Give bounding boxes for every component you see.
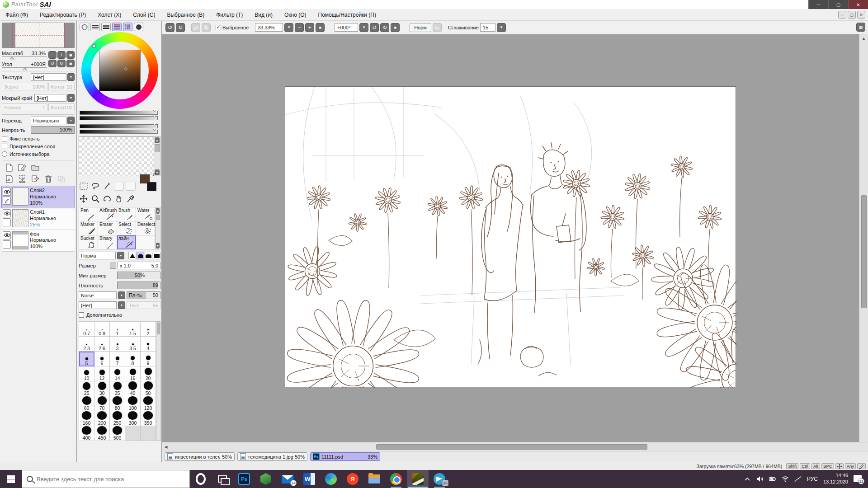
swatches-scrollbar[interactable]: ▲ ▼ (154, 136, 160, 176)
document-tab-2[interactable]: телемедицина 1.jpg50% (237, 452, 307, 461)
taskbar-app-chrome[interactable] (385, 470, 407, 488)
taskbar-app-explorer[interactable] (363, 470, 385, 488)
rotate-cw-canvas-button[interactable]: ↻ (380, 23, 389, 32)
transfer-down-button[interactable] (5, 174, 14, 183)
mixer-slider[interactable] (80, 116, 158, 120)
brush-size-40[interactable]: 40 (125, 381, 141, 396)
hsv-sliders-toggle[interactable] (101, 23, 111, 31)
layer-row-Фон[interactable]: ФонНормально100% (2, 230, 75, 252)
brush-size-450[interactable]: 450 (94, 426, 110, 441)
delete-layer-button[interactable] (44, 174, 53, 183)
brush-size-4[interactable]: 4 (141, 337, 156, 352)
magic-wand-icon[interactable] (102, 182, 112, 191)
blend-dropdown-icon[interactable]: ▼ (67, 117, 75, 124)
canvas-horizontal-scrollbar[interactable]: ◀ (162, 442, 868, 451)
tool-bucket[interactable]: Bucket (79, 235, 98, 249)
smoothing-field[interactable]: 15 (480, 23, 495, 32)
empty-tool-slot[interactable] (114, 182, 124, 191)
undo-button[interactable]: ↺ (165, 23, 175, 32)
scroll-up-icon[interactable]: ▲ (156, 208, 160, 214)
noise-density-slider[interactable]: Пл-ть 50 (127, 291, 160, 299)
swatches-toggle[interactable] (123, 23, 132, 31)
layer-paint-indicator-icon[interactable] (3, 197, 11, 205)
menu-item-8[interactable]: Окно (О) (284, 12, 307, 18)
maximize-button[interactable]: ▢ (828, 0, 848, 9)
menu-item-3[interactable]: Холст (Х) (98, 12, 121, 18)
child-minimize-button[interactable]: ─ (838, 11, 846, 19)
minimize-button[interactable]: ─ (808, 0, 828, 9)
tool-deselect[interactable]: DeselectS (136, 221, 155, 235)
layer-thumbnail[interactable] (12, 209, 28, 227)
brush-size-120[interactable]: 120 (141, 396, 156, 411)
brush-size-160[interactable]: 160 (79, 411, 94, 426)
drawing-canvas[interactable] (285, 86, 736, 387)
brush-mode-dropdown-icon[interactable]: ▼ (117, 252, 124, 259)
nav-angle-slider[interactable]: Угол +000Я (2, 61, 47, 68)
texture-dropdown-icon[interactable]: ▼ (67, 73, 75, 81)
brush-size-400[interactable]: 400 (79, 426, 94, 441)
tool-binary[interactable]: Binary (98, 235, 117, 249)
brush-size-5[interactable]: 5 (79, 352, 94, 366)
layer-row-Слой2[interactable]: Слой2Нормально100% (2, 186, 75, 208)
taskbar-app-diary[interactable] (255, 470, 277, 488)
menu-item-4[interactable]: Слой (С) (133, 12, 155, 18)
volume-icon[interactable] (756, 475, 764, 483)
scroll-up-icon[interactable]: ▲ (860, 34, 868, 42)
sizes-scrollbar[interactable] (156, 321, 160, 441)
min-size-slider[interactable]: 50% (117, 272, 160, 279)
menu-item-9[interactable]: Помощь/Настройки (П) (318, 12, 376, 18)
noise-select[interactable]: Noise (79, 291, 117, 299)
panel-layout-button[interactable]: ▦ (856, 23, 865, 32)
zoom-out-canvas-button[interactable]: − (295, 23, 304, 32)
layer-check-box[interactable] (3, 240, 11, 249)
brush-shape-square[interactable] (153, 252, 160, 259)
document-tab-3[interactable]: Ps11111.psd33% (310, 452, 380, 461)
taskbar-search[interactable] (22, 470, 190, 488)
swatches-grid[interactable] (79, 136, 154, 176)
taskbar-app-telegram[interactable]: 26 (429, 470, 450, 488)
layer-visibility-icon[interactable] (3, 209, 11, 217)
nav-angle-marker[interactable] (23, 66, 27, 70)
brush-size-350[interactable]: 350 (141, 411, 156, 426)
taskbar-app-word[interactable]: W (298, 470, 320, 488)
rotate-cw-button[interactable]: ↻ (57, 60, 66, 67)
menu-item-6[interactable]: Фильтр (Т) (216, 12, 243, 18)
brush-size-60[interactable]: 60 (79, 396, 94, 411)
tool-brush[interactable]: Brush (117, 207, 136, 221)
noise-dropdown-icon[interactable]: ▼ (118, 291, 125, 299)
new-layer-button[interactable] (5, 163, 14, 172)
language-indicator[interactable]: РУС (807, 476, 818, 482)
swap-colors-icon[interactable]: ⇄ (152, 172, 156, 177)
brush-size-500[interactable]: 500 (110, 426, 125, 441)
angle-field[interactable]: +000° (335, 23, 358, 32)
brush-size-80[interactable]: 80 (110, 396, 125, 411)
taskbar-app-edge[interactable] (320, 470, 342, 488)
layer-row-Слой1[interactable]: Слой1Нормально25% (2, 208, 75, 230)
taskbar-app-yandex[interactable]: Я (342, 470, 363, 488)
brush-size-16[interactable]: 16 (125, 366, 141, 381)
brush-size-3[interactable]: 3 (110, 337, 125, 352)
taskbar-app-opera[interactable] (190, 470, 212, 488)
rotate-ccw-canvas-button[interactable]: ↺ (370, 23, 379, 32)
scroll-up-icon[interactable]: ▲ (155, 137, 160, 143)
zoom-reset-canvas-button[interactable]: ■ (316, 23, 325, 32)
mixer-slider[interactable] (80, 130, 158, 134)
advanced-checkbox[interactable] (79, 312, 84, 318)
color-wheel[interactable] (81, 33, 159, 109)
brush-size-200[interactable]: 200 (94, 411, 110, 426)
menu-item-5[interactable]: Выбранное (В) (167, 12, 204, 18)
new-linework-layer-button[interactable] (18, 163, 27, 172)
layer-visibility-icon[interactable] (3, 188, 11, 196)
clear-layer-button[interactable] (31, 174, 40, 183)
angle-dropdown-icon[interactable]: ▼ (359, 23, 368, 32)
start-button[interactable] (0, 470, 22, 488)
brush-size-3.5[interactable]: 3.5 (125, 337, 141, 352)
taskbar-app-painttool-sai[interactable] (407, 470, 429, 488)
brush-size-25[interactable]: 25 (79, 381, 94, 396)
brush-size-100[interactable]: 100 (125, 396, 141, 411)
zoom-tool-icon[interactable] (90, 194, 100, 203)
scratchpad-toggle[interactable] (134, 23, 143, 31)
tool-airbrush[interactable]: AirBrush (98, 207, 117, 221)
merge-down-button[interactable] (18, 174, 27, 183)
size-unit-button[interactable] (110, 263, 116, 269)
